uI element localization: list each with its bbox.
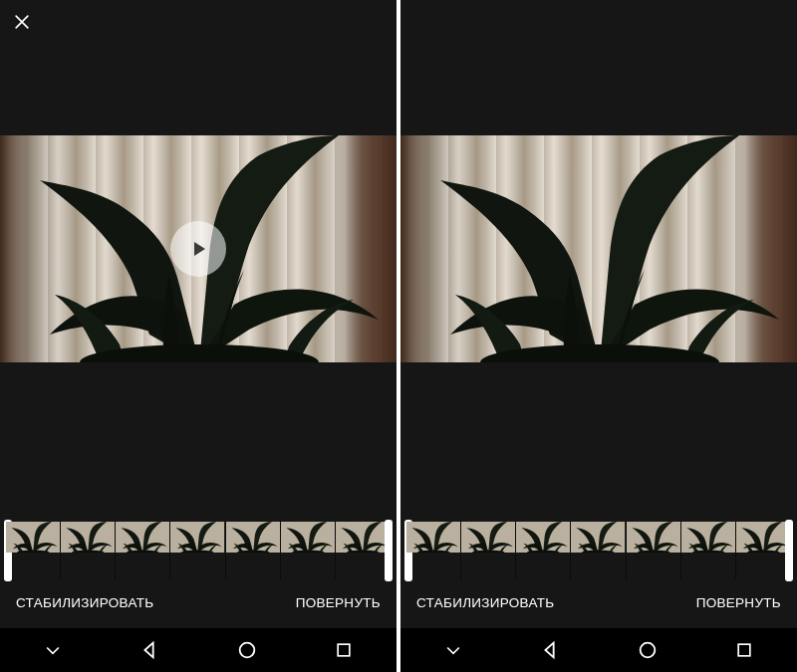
trim-timeline[interactable] [406, 522, 791, 579]
nav-back[interactable] [527, 628, 573, 672]
nav-home[interactable] [625, 628, 670, 672]
timeline-thumb[interactable] [627, 522, 681, 579]
timeline-thumb[interactable] [6, 522, 61, 579]
timeline-thumb[interactable] [170, 522, 225, 579]
timeline-thumb[interactable] [336, 522, 391, 579]
plant-silhouette [400, 135, 797, 362]
action-bar: СТАБИЛИЗИРОВАТЬ ПОВЕРНУТЬ [400, 589, 797, 616]
video-preview: Стабилизация… [400, 135, 797, 362]
svg-point-10 [239, 643, 254, 658]
timeline-thumb[interactable] [571, 522, 626, 579]
top-bar [400, 0, 797, 44]
recent-apps-icon [334, 640, 354, 660]
chevron-down-icon [43, 640, 63, 660]
trim-timeline[interactable] [6, 522, 391, 579]
chevron-down-icon [443, 640, 463, 660]
nav-collapse[interactable] [430, 628, 476, 672]
timeline-thumb[interactable] [681, 522, 736, 579]
screen-right: Стабилизация… СТАБИЛИЗИРОВАТЬ ПОВЕРНУТЬ [400, 0, 797, 672]
timeline-thumb[interactable] [461, 522, 516, 579]
svg-rect-20 [738, 644, 750, 656]
timeline-thumb[interactable] [226, 522, 281, 579]
back-icon [138, 639, 160, 661]
trim-handle-right[interactable] [785, 520, 793, 581]
close-icon [12, 12, 32, 32]
timeline-thumb[interactable] [736, 522, 791, 579]
timeline-thumb[interactable] [281, 522, 336, 579]
timeline-thumb[interactable] [61, 522, 116, 579]
home-icon [637, 639, 659, 661]
nav-recent[interactable] [721, 628, 767, 672]
nav-collapse[interactable] [30, 628, 76, 672]
svg-rect-11 [338, 644, 350, 656]
rotate-button[interactable]: ПОВЕРНУТЬ [294, 589, 383, 616]
trim-handle-right[interactable] [385, 520, 393, 581]
action-bar: СТАБИЛИЗИРОВАТЬ ПОВЕРНУТЬ [0, 589, 397, 616]
rotate-button[interactable]: ПОВЕРНУТЬ [694, 589, 783, 616]
home-icon [236, 639, 258, 661]
stabilize-button[interactable]: СТАБИЛИЗИРОВАТЬ [14, 589, 155, 616]
close-button[interactable] [0, 0, 44, 44]
timeline-thumb[interactable] [516, 522, 571, 579]
svg-point-19 [640, 643, 655, 658]
timeline-thumb[interactable] [116, 522, 170, 579]
android-navbar [0, 628, 397, 672]
top-bar [0, 0, 397, 44]
nav-recent[interactable] [321, 628, 367, 672]
timeline-thumb[interactable] [406, 522, 461, 579]
video-preview[interactable] [0, 135, 397, 362]
play-icon [186, 237, 210, 261]
recent-apps-icon [734, 640, 754, 660]
nav-back[interactable] [127, 628, 172, 672]
nav-home[interactable] [224, 628, 270, 672]
android-navbar [400, 628, 797, 672]
screen-left: СТАБИЛИЗИРОВАТЬ ПОВЕРНУТЬ [0, 0, 397, 672]
play-button[interactable] [170, 221, 226, 277]
back-icon [539, 639, 561, 661]
stabilize-button[interactable]: СТАБИЛИЗИРОВАТЬ [414, 589, 556, 616]
